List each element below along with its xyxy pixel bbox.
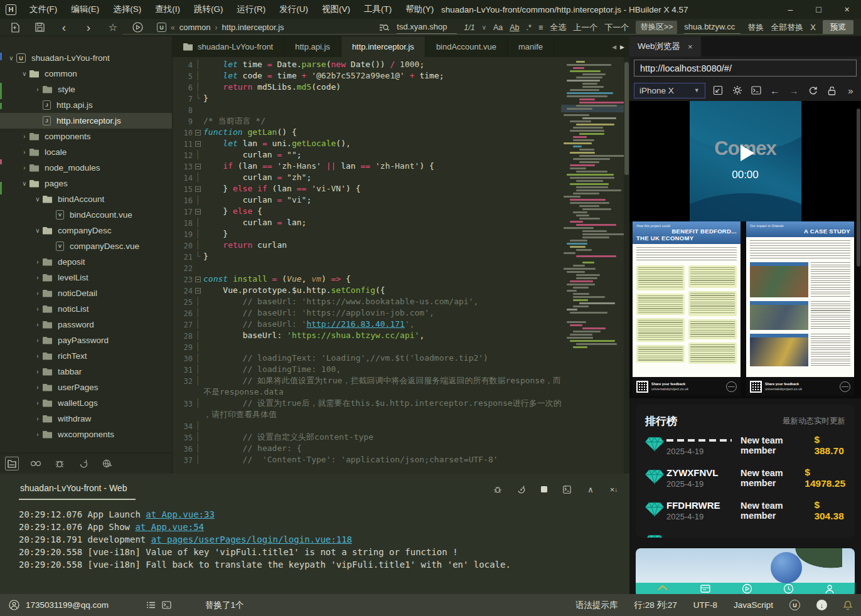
prev-match-button[interactable]: 上一个 — [573, 22, 597, 33]
replace-input[interactable]: shua.btzyw.cc — [684, 21, 741, 34]
console-collapse-icon[interactable]: ∧ — [585, 484, 596, 495]
menu-item-7[interactable]: 视图(V) — [315, 0, 357, 19]
sync-view-icon[interactable] — [77, 457, 90, 470]
tree-chevron-icon[interactable]: › — [33, 400, 43, 406]
minimap[interactable] — [561, 57, 624, 474]
fold-marker[interactable] — [193, 285, 203, 296]
tree-chevron-icon[interactable]: › — [33, 274, 43, 281]
console-source-link[interactable]: at App.vue:54 — [135, 522, 204, 532]
tree-chevron-icon[interactable]: › — [33, 431, 43, 438]
tree-chevron-icon[interactable]: › — [33, 368, 43, 375]
console-source-link[interactable]: at App.vue:33 — [146, 509, 215, 519]
tree-chevron-icon[interactable]: ∨ — [33, 227, 43, 234]
tree-item-pages[interactable]: ∨pages — [0, 176, 172, 191]
url-input[interactable]: http://localhost:8080/#/ — [634, 60, 857, 77]
fold-marker[interactable] — [193, 273, 203, 285]
orders-tab-icon[interactable] — [700, 584, 711, 594]
preview-button[interactable]: 预览 — [823, 20, 853, 35]
tree-item-bindAccount.vue[interactable]: VbindAccount.vue — [0, 207, 172, 223]
fold-marker[interactable] — [193, 161, 203, 172]
maximize-button[interactable]: □ — [805, 0, 833, 19]
bell-icon[interactable] — [843, 600, 852, 610]
tree-item-deposit[interactable]: ›deposit — [0, 254, 172, 270]
menu-item-3[interactable]: 查找(I) — [148, 0, 187, 19]
favorite-star-icon[interactable]: ☆ — [107, 22, 119, 33]
video-thumbnail[interactable]: Comex 00:00 — [690, 101, 801, 221]
profile-tab-icon[interactable] — [825, 584, 835, 595]
breadcrumb-folder[interactable]: common — [179, 23, 211, 32]
fold-marker[interactable] — [193, 183, 203, 194]
account-email[interactable]: 1735031199@qq.com — [26, 600, 109, 610]
open-external-icon[interactable] — [712, 84, 724, 97]
debug-view-icon[interactable] — [53, 457, 67, 470]
tree-item-node_modules[interactable]: ›node_modules — [0, 160, 172, 176]
menu-item-6[interactable]: 发行(U) — [272, 0, 315, 19]
back-icon[interactable]: ‹ — [58, 22, 70, 33]
files-view-icon[interactable] — [5, 457, 19, 470]
tree-chevron-icon[interactable]: › — [33, 305, 43, 312]
tree-item-noticDetail[interactable]: ›noticDetail — [0, 285, 172, 301]
tree-chevron-icon[interactable]: › — [33, 321, 43, 328]
poster-case-study[interactable]: Our impact in Orlando A CASE STUDY Share… — [746, 221, 854, 396]
editor-tab-shuadan-LvYou-front[interactable]: shuadan-LvYou-front — [173, 36, 284, 57]
tree-item-bindAccount[interactable]: ∨bindAccount — [0, 191, 172, 207]
tree-item-walletLogs[interactable]: ›walletLogs — [0, 395, 172, 411]
gear-icon[interactable] — [731, 84, 743, 97]
save-icon[interactable] — [34, 22, 45, 33]
match-case-icon[interactable]: Aa — [493, 23, 503, 32]
fold-box-icon[interactable] — [195, 288, 201, 294]
play-button[interactable] — [741, 145, 754, 161]
console-close-icon[interactable]: ×↓ — [608, 484, 619, 495]
menu-item-4[interactable]: 跳转(G) — [187, 0, 230, 19]
menu-item-1[interactable]: 编辑(E) — [64, 0, 106, 19]
tree-item-http.api.js[interactable]: Jhttp.api.js — [0, 97, 172, 113]
chevron-down-icon[interactable]: ∨ — [482, 24, 486, 31]
run-icon[interactable] — [132, 22, 143, 33]
play-tab-icon[interactable] — [742, 583, 752, 594]
tree-chevron-icon[interactable]: › — [19, 133, 29, 140]
fold-marker[interactable] — [193, 138, 203, 149]
device-select[interactable]: iPhone X ▼ — [634, 83, 705, 98]
update-download-icon[interactable]: ↓ — [816, 600, 827, 610]
tree-item-richText[interactable]: ›richText — [0, 348, 172, 364]
replace-all-button[interactable]: 全部替换 — [771, 22, 803, 33]
tree-item-components[interactable]: ›components — [0, 129, 172, 144]
tree-item-http.interceptor.js[interactable]: Jhttp.interceptor.js — [0, 113, 172, 129]
fold-box-icon[interactable] — [195, 141, 201, 147]
replace-button[interactable]: 替换 — [747, 22, 764, 33]
tree-item-noticList[interactable]: ›noticList — [0, 301, 172, 317]
tree-item-userPages[interactable]: ›userPages — [0, 380, 172, 395]
tree-chevron-icon[interactable]: › — [33, 86, 43, 93]
nav-forward-icon[interactable]: → — [788, 84, 800, 97]
fold-marker[interactable] — [193, 127, 203, 138]
tree-item-shuadan-LvYou-front[interactable]: ∨Ushuadan-LvYou-front — [0, 50, 172, 66]
tab-scroll-right-icon[interactable]: ▶ — [620, 44, 624, 50]
next-match-button[interactable]: 下一个 — [604, 22, 629, 33]
tree-chevron-icon[interactable]: ∨ — [19, 70, 29, 77]
search-icon[interactable] — [378, 22, 390, 33]
tree-chevron-icon[interactable]: › — [19, 149, 29, 156]
tree-chevron-icon[interactable]: ∨ — [19, 180, 29, 187]
select-all-button[interactable]: 全选 — [550, 22, 566, 33]
tree-item-levelList[interactable]: ›levelList — [0, 270, 172, 285]
browser-tab[interactable]: Web浏览器 × — [629, 36, 701, 56]
task-list-icon[interactable] — [146, 601, 156, 609]
language-mode-button[interactable]: JavaScript — [734, 600, 773, 610]
fold-box-icon[interactable] — [195, 277, 201, 282]
terminal-icon[interactable] — [162, 601, 171, 609]
breadcrumb[interactable]: U « common › http.interceptor.js — [157, 23, 284, 32]
editor-scrollbar[interactable] — [624, 57, 629, 474]
tree-chevron-icon[interactable]: › — [33, 353, 43, 359]
in-selection-icon[interactable]: ≡ — [538, 23, 543, 32]
tree-chevron-icon[interactable]: ∨ — [6, 55, 16, 61]
plugin-cloud-icon[interactable] — [100, 457, 114, 470]
menu-item-9[interactable]: 帮助(Y) — [398, 0, 441, 19]
close-search-button[interactable]: X — [810, 23, 816, 32]
browser-tab-close-icon[interactable]: × — [688, 42, 693, 51]
tree-item-withdraw[interactable]: ›withdraw — [0, 411, 172, 427]
regex-icon[interactable]: .* — [527, 23, 532, 32]
fold-marker[interactable] — [193, 206, 203, 217]
editor-tab-bindAccount.vue[interactable]: bindAccount.vue — [425, 36, 508, 57]
close-button[interactable]: × — [833, 0, 861, 19]
fold-box-icon[interactable] — [195, 209, 201, 215]
